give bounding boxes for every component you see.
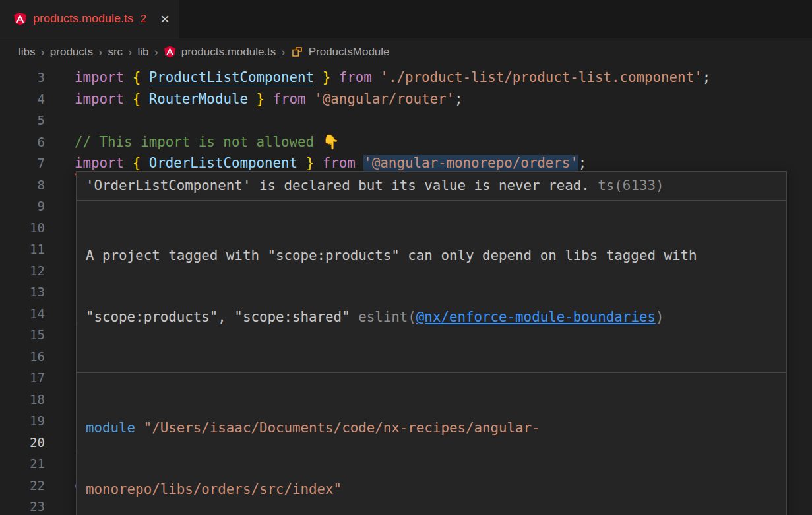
code-token: './product-list/product-list.component': [380, 69, 702, 85]
line-number[interactable]: 8: [0, 174, 75, 196]
code-token: [141, 155, 149, 171]
line-number[interactable]: 5: [0, 110, 75, 131]
breadcrumb-item-file[interactable]: products.module.ts: [181, 46, 276, 59]
code-token: OrderListComponent: [149, 155, 297, 171]
indent-guide: [75, 432, 75, 454]
eslint-source-close: ): [656, 309, 664, 325]
line-number[interactable]: 12: [0, 260, 75, 282]
code-token: [314, 69, 323, 85]
line-number[interactable]: 9: [0, 195, 75, 217]
line-number[interactable]: 17: [0, 367, 75, 389]
module-keyword: module: [86, 420, 135, 436]
chevron-right-icon: ›: [41, 45, 45, 59]
code-token: import: [75, 69, 124, 85]
eslint-source-open: eslint(: [358, 309, 416, 325]
angular-icon: [13, 12, 27, 26]
code-token: [306, 91, 315, 107]
indent-guide: [75, 410, 75, 432]
chevron-right-icon: ›: [154, 45, 158, 59]
code-line[interactable]: // This import is not allowed 👇: [75, 131, 812, 153]
line-number[interactable]: 11: [0, 238, 75, 260]
code-token: '@angular/router': [314, 91, 454, 107]
eslint-error-line1: A project tagged with "scope:products" c…: [86, 248, 697, 263]
code-token: // This import is not allowed: [75, 134, 323, 150]
module-path-line2: monorepo/libs/orders/src/index": [86, 481, 342, 497]
line-number[interactable]: 10: [0, 217, 75, 239]
code-token: [141, 69, 149, 85]
line-number[interactable]: 18: [0, 389, 75, 411]
code-token: ProductListComponent: [149, 69, 314, 85]
chevron-right-icon: ›: [128, 45, 132, 59]
ts-error-text: 'OrderListComponent' is declared but its…: [86, 178, 590, 193]
code-token: 👇: [323, 134, 340, 150]
breadcrumb-item-products[interactable]: products: [50, 46, 93, 59]
code-token: [248, 91, 257, 107]
line-number[interactable]: 22: [0, 475, 75, 497]
code-token: }: [323, 69, 331, 85]
ts-error-code: ts(6133): [590, 178, 664, 193]
line-number[interactable]: 13: [0, 281, 75, 303]
code-token: [124, 155, 133, 171]
breadcrumb-item-lib[interactable]: lib: [137, 46, 148, 59]
code-token: [124, 69, 133, 85]
breadcrumb: libs › products › src › lib › products.m…: [0, 38, 812, 65]
module-path-line1: "/Users/isaac/Documents/code/nx-recipes/…: [135, 420, 540, 436]
code-token: }: [306, 155, 315, 171]
line-number[interactable]: 3: [0, 67, 75, 88]
gutter: 34567891011121314151617181920212223: [0, 65, 75, 515]
code-token: [265, 91, 273, 107]
hover-ts-error: 'OrderListComponent' is declared but its…: [77, 172, 786, 201]
line-number[interactable]: 14: [0, 303, 75, 325]
code-token: import: [75, 155, 124, 171]
code-token: ;: [578, 155, 587, 171]
code-token: [314, 155, 323, 171]
line-number[interactable]: 19: [0, 410, 75, 432]
line-number[interactable]: 16: [0, 346, 75, 368]
code-token: ;: [454, 91, 463, 107]
line-number[interactable]: 7: [0, 153, 75, 174]
code-line[interactable]: import { RouterModule } from '@angular/r…: [75, 88, 812, 110]
hover-popup: 'OrderListComponent' is declared but its…: [76, 171, 787, 515]
code-token: from: [323, 155, 356, 171]
code-token: RouterModule: [149, 91, 248, 107]
code-token: {: [133, 91, 141, 107]
tab-bar: products.module.ts 2 ×: [0, 0, 812, 38]
eslint-rule-link[interactable]: @nx/enforce-module-boundaries: [416, 309, 656, 325]
code-token: [124, 91, 133, 107]
code-token: {: [133, 69, 141, 85]
indent-guide: [75, 389, 75, 411]
close-icon[interactable]: ×: [160, 11, 170, 27]
indent-guide: [75, 324, 75, 346]
breadcrumb-item-src[interactable]: src: [108, 46, 123, 59]
editor[interactable]: 34567891011121314151617181920212223 impo…: [0, 65, 812, 515]
tab-title: products.module.ts: [33, 12, 133, 26]
indent-guide: [75, 346, 75, 368]
code-token: from: [339, 69, 372, 85]
line-number[interactable]: 21: [0, 453, 75, 475]
code-token: [372, 69, 381, 85]
line-number[interactable]: 15: [0, 324, 75, 346]
line-number[interactable]: 23: [0, 496, 75, 515]
code-token: [356, 155, 364, 171]
indent-guide: [75, 367, 75, 389]
line-number[interactable]: 20: [0, 432, 75, 454]
breadcrumb-item-libs[interactable]: libs: [18, 46, 36, 59]
code-token: import: [75, 91, 124, 107]
code-line[interactable]: import { ProductListComponent } from './…: [75, 67, 812, 88]
line-number[interactable]: 4: [0, 88, 75, 110]
hover-eslint-error: A project tagged with "scope:products" c…: [77, 201, 786, 373]
hover-module-info: module "/Users/isaac/Documents/code/nx-r…: [77, 373, 786, 515]
angular-icon: [164, 46, 176, 58]
line-number[interactable]: 6: [0, 131, 75, 153]
tab-problems-badge: 2: [141, 13, 146, 25]
tab-products-module[interactable]: products.module.ts 2 ×: [0, 0, 179, 38]
breadcrumb-item-symbol[interactable]: ProductsModule: [309, 46, 390, 59]
chevron-right-icon: ›: [98, 45, 102, 59]
code-token: {: [133, 155, 141, 171]
code-line[interactable]: [75, 110, 812, 131]
code-token: from: [273, 91, 306, 107]
code-token: [141, 91, 149, 107]
code-token: '@angular-monorepo/orders': [363, 155, 578, 171]
chevron-right-icon: ›: [281, 45, 285, 59]
code-token: ;: [703, 69, 711, 85]
